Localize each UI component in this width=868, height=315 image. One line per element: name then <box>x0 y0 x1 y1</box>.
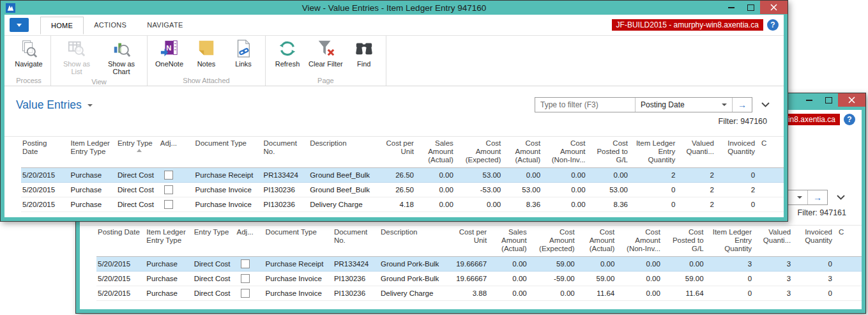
show-as-chart-button[interactable]: Show as Chart <box>100 38 143 77</box>
maximize-button[interactable] <box>819 93 838 107</box>
column-header[interactable]: Cost Amount (Non-Inv... <box>620 226 666 257</box>
column-header[interactable]: Item Ledger Entry Quantity <box>633 137 680 168</box>
table-cell: 3 <box>757 272 796 286</box>
adjustment-checkbox[interactable] <box>241 289 250 298</box>
table-cell: Purchase Invoice <box>264 286 333 301</box>
help-button[interactable]: ? <box>767 19 779 31</box>
column-header[interactable]: Cost per Unit <box>381 137 419 168</box>
column-header[interactable]: Cost per Unit <box>453 226 492 257</box>
app-menu-button[interactable] <box>10 18 29 32</box>
column-header[interactable]: Document No. <box>263 137 309 168</box>
expand-chevron-button[interactable] <box>761 102 770 107</box>
filter-input[interactable] <box>535 100 635 109</box>
column-header[interactable]: Adj... <box>159 137 194 168</box>
table-cell: Delivery Charge <box>308 197 381 212</box>
column-header[interactable]: Cost Amount (Actual) <box>580 226 620 257</box>
notes-button[interactable]: Notes <box>188 38 224 69</box>
column-header[interactable]: Invoiced Quantity <box>719 137 760 168</box>
close-button[interactable] <box>838 93 865 107</box>
column-header[interactable]: Cost Amount (Expected) <box>459 137 506 168</box>
table-cell: 0.00 <box>506 168 545 183</box>
refresh-icon <box>277 39 298 58</box>
column-header[interactable]: Entry Type <box>116 137 159 168</box>
tab-home[interactable]: HOME <box>40 17 84 35</box>
tab-actions[interactable]: ACTIONS <box>84 17 137 33</box>
window-947160: View - Value Entries - Item Ledger Entry… <box>0 0 788 222</box>
column-header[interactable]: Item Ledger Entry Quantity <box>709 226 758 257</box>
page-title[interactable]: Value Entries <box>16 98 82 112</box>
refresh-button[interactable]: Refresh <box>270 38 305 69</box>
column-header[interactable]: Description <box>308 137 381 168</box>
table-cell: Ground Beef_Bulk <box>308 168 381 183</box>
expand-chevron-button[interactable] <box>837 195 845 200</box>
table-row[interactable]: 5/20/2015PurchaseDirect CostPurchase Rec… <box>96 257 862 272</box>
apply-filter-button[interactable]: → <box>732 98 752 112</box>
table-cell: Delivery Charge <box>379 286 453 301</box>
table-row[interactable]: 5/20/2015PurchaseDirect CostPurchase Inv… <box>96 286 862 301</box>
column-header[interactable]: Document Type <box>194 137 263 168</box>
table-cell: 0 <box>796 286 837 301</box>
column-header[interactable]: Sales Amount (Actual) <box>492 226 532 257</box>
adjustment-checkbox[interactable] <box>164 200 173 209</box>
clear-filter-button[interactable]: Clear Filter <box>307 38 345 69</box>
links-button[interactable]: Links <box>225 38 261 69</box>
adjustment-checkbox[interactable] <box>241 274 250 283</box>
column-header[interactable]: Adj... <box>236 226 264 257</box>
column-header[interactable]: C <box>837 226 862 257</box>
table-cell: 11.64 <box>666 286 709 301</box>
table-cell: 19.66667 <box>453 257 492 272</box>
filter-column-select[interactable]: Posting Date <box>635 98 732 112</box>
column-header[interactable]: Valued Quanti... <box>757 226 796 257</box>
table-cell: 0.00 <box>620 257 666 272</box>
table-row[interactable]: 5/20/2015PurchaseDirect CostPurchase Inv… <box>21 197 784 212</box>
table-row[interactable]: 5/20/2015PurchaseDirect CostPurchase Rec… <box>21 168 784 183</box>
column-header[interactable]: Entry Type <box>193 226 236 257</box>
find-button[interactable]: Find <box>346 38 382 69</box>
column-header[interactable]: Cost Amount (Expected) <box>532 226 580 257</box>
table-cell: PR133424 <box>263 168 309 183</box>
window1-titlebar[interactable]: View - Value Entries - Item Ledger Entry… <box>1 1 788 15</box>
close-icon <box>848 96 855 104</box>
table-cell: 0.00 <box>620 286 666 301</box>
column-header[interactable]: C <box>760 137 784 168</box>
column-header[interactable]: Cost Posted to G/L <box>666 226 709 257</box>
table-cell <box>159 168 194 183</box>
column-header[interactable]: Cost Posted to G/L <box>591 137 633 168</box>
column-header[interactable]: Document Type <box>264 226 333 257</box>
column-header[interactable]: Description <box>379 226 453 257</box>
ribbon-group-page: Refresh Clear Filter Find <box>266 36 386 86</box>
page-header-row: Value Entries Posting Date → <box>4 95 784 114</box>
right-arrow-icon: → <box>738 100 747 110</box>
table-cell: 0 <box>719 168 760 183</box>
table-cell: 26.50 <box>381 183 419 197</box>
column-header[interactable]: Item Ledger Entry Type <box>145 226 192 257</box>
table-cell: Purchase Invoice <box>194 183 263 197</box>
column-header[interactable]: Cost Amount (Non-Inv... <box>545 137 590 168</box>
adjustment-checkbox[interactable] <box>241 259 250 268</box>
minimize-icon <box>806 100 812 101</box>
table-row[interactable]: 5/20/2015PurchaseDirect CostPurchase Inv… <box>96 272 862 286</box>
table-cell: Purchase Invoice <box>264 272 333 286</box>
column-header[interactable]: Sales Amount (Actual) <box>419 137 459 168</box>
onenote-button[interactable]: N OneNote <box>151 38 187 69</box>
column-header[interactable]: Posting Date <box>96 226 145 257</box>
column-header[interactable]: Item Ledger Entry Type <box>70 137 116 168</box>
help-button[interactable]: ? <box>844 114 855 125</box>
page-title-caret-icon[interactable] <box>88 104 93 107</box>
column-header[interactable]: Invoiced Quantity <box>796 226 837 257</box>
minimize-button[interactable] <box>800 93 819 107</box>
tab-navigate[interactable]: NAVIGATE <box>137 17 193 33</box>
table-cell: 0.00 <box>545 168 590 183</box>
apply-filter-button[interactable]: → <box>807 190 827 204</box>
table-cell: Purchase <box>70 168 116 183</box>
table-row[interactable]: 5/20/2015PurchaseDirect CostPurchase Inv… <box>21 183 784 197</box>
adjustment-checkbox[interactable] <box>164 185 173 194</box>
column-header[interactable]: Cost Amount (Actual) <box>506 137 545 168</box>
column-header[interactable]: Posting Date <box>21 137 70 168</box>
navigate-button[interactable]: Navigate <box>11 38 47 69</box>
table-cell: 26.50 <box>381 168 419 183</box>
column-header[interactable]: Document No. <box>333 226 379 257</box>
adjustment-checkbox[interactable] <box>164 171 173 180</box>
table-cell: 0.00 <box>580 257 620 272</box>
column-header[interactable]: Valued Quanti... <box>680 137 719 168</box>
